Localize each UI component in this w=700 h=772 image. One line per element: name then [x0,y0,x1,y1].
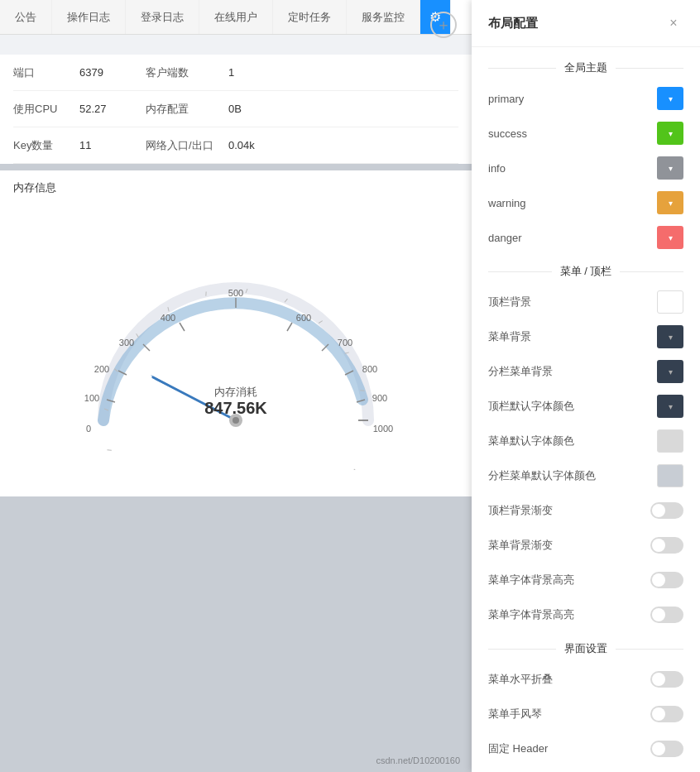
memory-section: 内存信息 0 100 200 300 [0,170,472,496]
chevron-down-icon: ▾ [669,199,673,208]
theme-btn-primary[interactable]: ▾ [657,87,683,110]
close-button[interactable]: × [664,13,683,33]
chevron-down-icon: ▾ [669,94,673,103]
toggle-label-menu-font-highlight-2: 菜单字体背景高亮 [488,607,574,622]
menu-accordion-toggle[interactable] [650,706,683,722]
chevron-down-icon: ▾ [669,129,673,138]
menu-label-split-font-color: 分栏菜单默认字体颜色 [488,468,596,483]
section-divider-menu: 菜单 / 顶栏 [488,264,683,279]
topbar-font-color-picker[interactable]: ▾ [657,395,683,418]
tab-login-log[interactable]: 登录日志 [126,0,199,34]
menu-topbar-label: 菜单 / 顶栏 [560,264,612,279]
split-menu-bg-color-picker[interactable]: ▾ [657,360,683,383]
tab-service-monitor[interactable]: 服务监控 [347,0,420,34]
stats-row-2: Key数量 11 网络入口/出口 0.04k [13,127,458,164]
stats-label-port: 端口 [13,57,79,89]
tab-announcement[interactable]: 公告 [0,0,52,34]
svg-text:0: 0 [86,424,91,434]
toggle-label-topbar-gradient: 顶栏背景渐变 [488,503,553,518]
stats-value-network: 0.04k [228,131,458,160]
svg-text:600: 600 [296,313,311,323]
stats-label-keys: Key数量 [13,130,79,161]
menu-font-highlight-2-toggle[interactable] [650,607,683,623]
gauge-svg: 0 100 200 300 400 500 600 [70,222,401,470]
menu-gradient-toggle[interactable] [650,537,683,554]
theme-row-info: info ▾ [488,155,683,181]
divider-line-left [488,271,552,272]
menu-bg-color-picker[interactable]: ▾ [657,325,683,348]
menu-font-color-picker[interactable] [657,429,683,453]
stats-row-1: 使用CPU 52.27 内存配置 0B [13,91,458,127]
chevron-down-icon: ▾ [669,164,673,173]
gauge-container: 0 100 200 300 400 500 600 [13,205,458,487]
memory-section-title: 内存信息 [13,180,458,195]
svg-text:300: 300 [119,338,134,348]
fixed-header-toggle[interactable] [650,741,683,757]
toggle-label-fixed-header: 固定 Header [488,741,548,756]
theme-label-success: success [488,127,527,140]
svg-text:847.56K: 847.56K [204,399,267,417]
topbar-bg-color-picker[interactable] [657,290,683,314]
theme-label-warning: warning [488,197,526,209]
menu-row-split-menu-bg: 分栏菜单背景 ▾ [488,358,683,385]
divider-line-left [488,649,556,650]
global-theme-label: 全局主题 [564,60,607,75]
menu-label-split-menu-bg: 分栏菜单背景 [488,364,553,379]
theme-btn-warning[interactable]: ▾ [657,191,683,214]
toggle-label-menu-horizontal: 菜单水平折叠 [488,672,553,687]
topbar-gradient-toggle[interactable] [650,502,683,519]
svg-text:100: 100 [84,393,99,403]
toggle-row-menu-font-highlight-2: 菜单字体背景高亮 [488,602,683,628]
theme-btn-danger[interactable]: ▾ [657,226,683,249]
menu-label-menu-bg: 菜单背景 [488,329,531,344]
menu-label-topbar-font-color: 顶栏默认字体颜色 [488,399,574,414]
menu-row-split-font-color: 分栏菜单默认字体颜色 [488,463,683,489]
divider-line-left [488,68,556,69]
stats-label-memory-config: 内存配置 [146,94,228,125]
theme-btn-info[interactable]: ▾ [657,156,683,180]
menu-label-menu-font-color: 菜单默认字体颜色 [488,434,574,448]
watermark: csdn.net/D10200160 [376,755,460,765]
tab-online-users[interactable]: 在线用户 [199,0,273,34]
theme-row-primary: primary ▾ [488,85,683,112]
stats-row-0: 端口 6379 客户端数 1 [13,55,458,91]
theme-row-danger: danger ▾ [488,224,683,251]
svg-line-30 [107,448,111,451]
svg-line-22 [353,469,357,470]
add-circle-button[interactable]: ＋ [430,12,457,38]
svg-text:500: 500 [228,288,243,298]
stats-value-memory-config: 0B [228,94,458,123]
svg-text:内存消耗: 内存消耗 [214,386,257,398]
menu-row-topbar-bg: 顶栏背景 [488,289,683,315]
chevron-down-icon: ▾ [669,233,673,242]
svg-line-8 [180,323,185,331]
toggle-row-menu-horizontal: 菜单水平折叠 [488,666,683,693]
toggle-label-menu-accordion: 菜单手风琴 [488,707,542,722]
svg-point-44 [233,417,239,424]
tab-operation-log[interactable]: 操作日志 [52,0,126,34]
menu-horizontal-toggle[interactable] [650,671,683,688]
nav-tabs: 公告 操作日志 登录日志 在线用户 定时任务 服务监控 ⚙ [0,0,472,35]
tab-scheduled-tasks[interactable]: 定时任务 [273,0,347,34]
ui-settings-label: 界面设置 [564,641,607,656]
stats-value-clients: 1 [228,58,458,87]
svg-text:200: 200 [94,364,109,374]
panel-header: 布局配置 × [472,0,700,47]
section-divider-global-theme: 全局主题 [488,60,683,75]
stats-value-port: 6379 [79,58,146,87]
split-font-color-picker[interactable] [657,464,683,487]
theme-label-danger: danger [488,232,521,244]
theme-btn-success[interactable]: ▾ [657,122,683,145]
stats-label-cpu: 使用CPU [13,94,79,125]
stats-label-network: 网络入口/出口 [146,130,228,161]
toggle-row-fixed-header: 固定 Header [488,736,683,762]
theme-label-info: info [488,162,506,175]
svg-text:1000: 1000 [373,424,393,434]
toggle-row-menu-gradient: 菜单背景渐变 [488,532,683,559]
menu-font-highlight-1-toggle[interactable] [650,572,683,588]
main-area: 公告 操作日志 登录日志 在线用户 定时任务 服务监控 ⚙ 端口 6379 客户… [0,0,472,772]
toggle-row-topbar-gradient: 顶栏背景渐变 [488,497,683,524]
svg-line-12 [287,323,292,331]
stats-label-clients: 客户端数 [146,57,228,89]
svg-text:800: 800 [362,364,377,374]
